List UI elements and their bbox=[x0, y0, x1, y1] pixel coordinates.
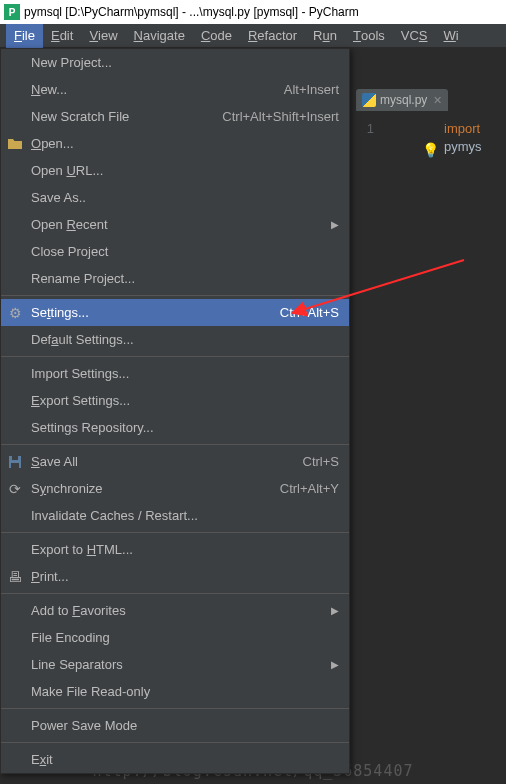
menu-item-add-to-favorites[interactable]: Add to Favorites▶ bbox=[1, 597, 349, 624]
sync-icon: ⟳ bbox=[7, 481, 23, 497]
gear-icon: ⚙ bbox=[7, 305, 23, 321]
menu-item-label: Default Settings... bbox=[31, 332, 134, 347]
menu-code[interactable]: Code bbox=[193, 24, 240, 48]
menu-item-close-project[interactable]: Close Project bbox=[1, 238, 349, 265]
editor-tabs: mysql.py ✕ bbox=[350, 88, 448, 112]
menu-file[interactable]: File bbox=[6, 24, 43, 48]
code-line: import pymys bbox=[444, 120, 500, 156]
menu-item-label: Synchronize bbox=[31, 481, 103, 496]
menu-item-label: Import Settings... bbox=[31, 366, 129, 381]
menu-shortcut: Ctrl+Alt+Y bbox=[280, 481, 339, 496]
menu-item-label: New... bbox=[31, 82, 67, 97]
menu-separator bbox=[1, 742, 349, 743]
menu-item-export-to-html[interactable]: Export to HTML... bbox=[1, 536, 349, 563]
menu-item-label: Close Project bbox=[31, 244, 108, 259]
menu-vcs[interactable]: VCS bbox=[393, 24, 436, 48]
menu-item-export-settings[interactable]: Export Settings... bbox=[1, 387, 349, 414]
menu-wi[interactable]: Wi bbox=[436, 24, 467, 48]
menu-item-label: Exit bbox=[31, 752, 53, 767]
menu-item-label: Rename Project... bbox=[31, 271, 135, 286]
menu-item-new[interactable]: New...Alt+Insert bbox=[1, 76, 349, 103]
menu-separator bbox=[1, 444, 349, 445]
menu-item-label: Line Separators bbox=[31, 657, 123, 672]
save-icon bbox=[7, 454, 23, 470]
menu-edit[interactable]: Edit bbox=[43, 24, 81, 48]
menu-item-exit[interactable]: Exit bbox=[1, 746, 349, 773]
menu-item-label: Make File Read-only bbox=[31, 684, 150, 699]
menu-item-new-project[interactable]: New Project... bbox=[1, 49, 349, 76]
menu-shortcut: Ctrl+S bbox=[303, 454, 339, 469]
menu-item-label: Settings Repository... bbox=[31, 420, 154, 435]
keyword: import bbox=[444, 121, 480, 136]
menu-item-invalidate-caches-restart[interactable]: Invalidate Caches / Restart... bbox=[1, 502, 349, 529]
menu-item-open[interactable]: Open... bbox=[1, 130, 349, 157]
menu-item-label: New Project... bbox=[31, 55, 112, 70]
menu-item-save-as[interactable]: Save As.. bbox=[1, 184, 349, 211]
svg-rect-1 bbox=[12, 456, 18, 460]
editor-area: mysql.py ✕ 1 import pymys 💡 bbox=[350, 48, 506, 784]
menu-separator bbox=[1, 295, 349, 296]
menu-shortcut: Ctrl+Alt+Shift+Insert bbox=[222, 109, 339, 124]
title-bar: P pymsql [D:\PyCharm\pymsql] - ...\mysql… bbox=[0, 0, 506, 24]
menu-item-label: Open URL... bbox=[31, 163, 103, 178]
submenu-arrow-icon: ▶ bbox=[331, 605, 339, 616]
editor-tab-label: mysql.py bbox=[380, 93, 427, 107]
close-icon[interactable]: ✕ bbox=[433, 94, 442, 107]
app-icon: P bbox=[4, 4, 20, 20]
menu-item-import-settings[interactable]: Import Settings... bbox=[1, 360, 349, 387]
menu-item-label: Print... bbox=[31, 569, 69, 584]
submenu-arrow-icon: ▶ bbox=[331, 219, 339, 230]
menu-shortcut: Alt+Insert bbox=[284, 82, 339, 97]
menu-shortcut: Ctrl+Alt+S bbox=[280, 305, 339, 320]
folder-icon bbox=[7, 136, 23, 152]
menu-item-label: File Encoding bbox=[31, 630, 110, 645]
menu-item-label: Add to Favorites bbox=[31, 603, 126, 618]
python-file-icon bbox=[362, 93, 376, 107]
menu-bar: FileEditViewNavigateCodeRefactorRunTools… bbox=[0, 24, 506, 48]
menu-item-label: Export to HTML... bbox=[31, 542, 133, 557]
menu-item-label: Invalidate Caches / Restart... bbox=[31, 508, 198, 523]
menu-item-label: Open Recent bbox=[31, 217, 108, 232]
menu-item-print[interactable]: 🖶Print... bbox=[1, 563, 349, 590]
gutter-line-number: 1 bbox=[350, 120, 380, 138]
menu-item-open-recent[interactable]: Open Recent▶ bbox=[1, 211, 349, 238]
menu-refactor[interactable]: Refactor bbox=[240, 24, 305, 48]
menu-item-line-separators[interactable]: Line Separators▶ bbox=[1, 651, 349, 678]
menu-item-rename-project[interactable]: Rename Project... bbox=[1, 265, 349, 292]
file-menu-dropdown: New Project...New...Alt+InsertNew Scratc… bbox=[0, 48, 350, 774]
menu-item-default-settings[interactable]: Default Settings... bbox=[1, 326, 349, 353]
menu-item-label: Save All bbox=[31, 454, 78, 469]
menu-separator bbox=[1, 532, 349, 533]
menu-item-label: Settings... bbox=[31, 305, 89, 320]
code-text: pymys bbox=[444, 139, 482, 154]
intention-bulb-icon[interactable]: 💡 bbox=[422, 142, 439, 158]
menu-item-settings-repository[interactable]: Settings Repository... bbox=[1, 414, 349, 441]
menu-item-label: Export Settings... bbox=[31, 393, 130, 408]
svg-rect-2 bbox=[11, 463, 19, 468]
menu-separator bbox=[1, 356, 349, 357]
menu-item-label: Open... bbox=[31, 136, 74, 151]
print-icon: 🖶 bbox=[7, 569, 23, 585]
menu-item-power-save-mode[interactable]: Power Save Mode bbox=[1, 712, 349, 739]
menu-item-open-url[interactable]: Open URL... bbox=[1, 157, 349, 184]
menu-separator bbox=[1, 593, 349, 594]
menu-item-label: Power Save Mode bbox=[31, 718, 137, 733]
menu-item-label: Save As.. bbox=[31, 190, 86, 205]
menu-separator bbox=[1, 708, 349, 709]
editor-content[interactable]: 1 import pymys 💡 bbox=[350, 114, 506, 784]
menu-view[interactable]: View bbox=[81, 24, 125, 48]
menu-item-settings[interactable]: ⚙Settings...Ctrl+Alt+S bbox=[1, 299, 349, 326]
menu-item-new-scratch-file[interactable]: New Scratch FileCtrl+Alt+Shift+Insert bbox=[1, 103, 349, 130]
menu-item-synchronize[interactable]: ⟳SynchronizeCtrl+Alt+Y bbox=[1, 475, 349, 502]
submenu-arrow-icon: ▶ bbox=[331, 659, 339, 670]
menu-item-save-all[interactable]: Save AllCtrl+S bbox=[1, 448, 349, 475]
window-title: pymsql [D:\PyCharm\pymsql] - ...\mysql.p… bbox=[24, 5, 359, 19]
menu-item-make-file-read-only[interactable]: Make File Read-only bbox=[1, 678, 349, 705]
menu-item-file-encoding[interactable]: File Encoding bbox=[1, 624, 349, 651]
menu-run[interactable]: Run bbox=[305, 24, 345, 48]
menu-item-label: New Scratch File bbox=[31, 109, 129, 124]
editor-tab-mysql[interactable]: mysql.py ✕ bbox=[356, 89, 448, 111]
menu-navigate[interactable]: Navigate bbox=[126, 24, 193, 48]
menu-tools[interactable]: Tools bbox=[345, 24, 393, 48]
